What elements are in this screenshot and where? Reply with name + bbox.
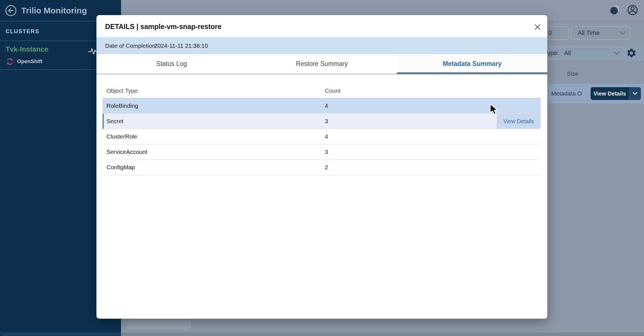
- object-type-cell: RoleBinding: [103, 103, 325, 109]
- count-cell: 2: [325, 164, 541, 171]
- table-row-rolebinding[interactable]: RoleBinding4: [103, 98, 541, 114]
- chevron-down-icon: [620, 27, 626, 39]
- metadata-summary-table: Object Type Count RoleBinding4Secret3Vie…: [103, 84, 541, 175]
- table-row-configmap[interactable]: ConfigMap2: [103, 160, 541, 175]
- table-row-clusterrole[interactable]: ClusterRole4: [103, 129, 541, 144]
- window-bottom-edge: [0, 332, 644, 336]
- object-type-cell: Secret: [103, 118, 325, 125]
- tab-restore-summary[interactable]: Restore Summary: [247, 54, 397, 74]
- object-type-cell: ServiceAccount: [103, 149, 325, 155]
- cluster-platform-label: OpenShift: [17, 58, 42, 65]
- tab-metadata-summary[interactable]: Metadata Summary: [397, 54, 547, 74]
- background-row-cell-text: Metadata O: [551, 84, 582, 103]
- chevron-down-icon: [614, 47, 620, 59]
- table-body: RoleBinding4Secret3View DetailsClusterRo…: [103, 98, 541, 175]
- view-details-dropdown-toggle[interactable]: [629, 87, 641, 100]
- object-type-cell: ClusterRole: [103, 133, 325, 140]
- table-row-secret[interactable]: Secret3View Details: [103, 114, 541, 129]
- background-bottom-button: [127, 320, 191, 330]
- close-icon[interactable]: ×: [531, 21, 544, 33]
- view-details-link[interactable]: View Details: [503, 118, 534, 125]
- row-view-details-action[interactable]: View Details: [497, 114, 541, 129]
- count-cell: 4: [325, 103, 541, 109]
- app-title: Trilio Monitoring: [21, 0, 87, 22]
- openshift-logo-icon: [6, 58, 14, 65]
- count-cell: 3: [325, 149, 541, 155]
- tab-status-log[interactable]: Status Log: [96, 54, 247, 74]
- cluster-platform: OpenShift: [6, 57, 42, 66]
- app-root: Trilio Monitoring CLUSTERS Tvk-Instance …: [0, 0, 644, 336]
- time-filter-select[interactable]: All Time: [571, 26, 630, 40]
- cluster-name: Tvk-Instance: [6, 45, 48, 53]
- completion-date-band: Date of Completion: 2024-11-11 21:38:10: [96, 37, 547, 54]
- clusters-label: CLUSTERS: [6, 22, 39, 41]
- table-header-row: Object Type Count: [103, 84, 541, 98]
- completion-date-value: 2024-11-11 21:38:10: [154, 37, 208, 54]
- size-column-header: Size: [567, 70, 578, 77]
- column-header-count: Count: [325, 87, 541, 94]
- completion-date-label: Date of Completion:: [105, 37, 157, 54]
- details-modal: DETAILS | sample-vm-snap-restore × Date …: [96, 15, 547, 319]
- count-cell: 4: [325, 133, 541, 140]
- arrow-left-circle-icon: [5, 5, 17, 16]
- modal-tabs: Status LogRestore SummaryMetadata Summar…: [96, 54, 547, 74]
- table-row-serviceaccount[interactable]: ServiceAccount3: [103, 144, 541, 160]
- view-details-split-button[interactable]: View Details: [591, 87, 641, 100]
- modal-header: DETAILS | sample-vm-snap-restore ×: [96, 15, 547, 37]
- view-details-button-label: View Details: [591, 87, 629, 100]
- back-button[interactable]: [5, 5, 17, 16]
- column-header-object-type: Object Type: [103, 87, 325, 94]
- settings-gear-icon[interactable]: [626, 48, 637, 58]
- modal-title: DETAILS | sample-vm-snap-restore: [105, 15, 221, 37]
- object-type-cell: ConfigMap: [103, 164, 325, 171]
